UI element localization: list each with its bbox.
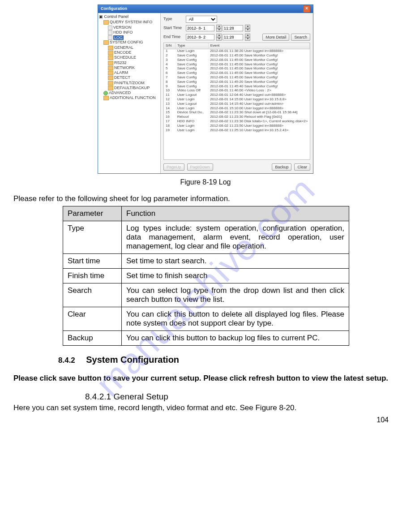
section-number: 8.4.2 xyxy=(58,356,75,365)
folder-icon xyxy=(108,71,113,75)
folder-icon xyxy=(108,66,113,70)
tree-root[interactable]: ▣ Control Panel xyxy=(99,15,159,19)
tree-item[interactable]: GENERAL xyxy=(108,45,159,50)
doc-icon xyxy=(108,26,112,30)
tree-item[interactable]: ALARM xyxy=(108,71,159,76)
doc-icon xyxy=(108,35,112,40)
table-row: BackupYou can click this button to backu… xyxy=(63,331,349,346)
start-time-input[interactable] xyxy=(223,25,243,31)
table-row[interactable]: 16Reboot2012-08-02 11:23:30 Reboot with … xyxy=(164,115,310,120)
type-label: Type xyxy=(163,17,184,21)
start-date-input[interactable] xyxy=(186,25,214,31)
more-detail-button[interactable]: More Detail xyxy=(262,34,289,41)
backup-button[interactable]: Backup xyxy=(272,163,291,171)
tree-item-label: DEFAULT/BACKUP xyxy=(114,86,150,90)
tree-item[interactable]: ADVANCED xyxy=(103,91,159,96)
table-row[interactable]: 12User Login2012-08-01 14:15:00 User log… xyxy=(164,98,310,102)
table-row[interactable]: 8Save Config2012-08-01 11:45:20 Save Mon… xyxy=(164,80,310,84)
table-row[interactable]: 10Video Loss Off2012-08-01 11:46:00 <Vid… xyxy=(164,89,310,93)
tree-item[interactable]: DEFAULT/BACKUP xyxy=(108,86,159,90)
table-row[interactable]: 9Save Config2012-08-01 11:45:40 Save Mon… xyxy=(164,84,310,89)
tree-item-label: SYSTEM CONFIG xyxy=(110,40,143,45)
tree-item[interactable]: HDD INFO xyxy=(108,30,159,35)
folder-icon xyxy=(108,51,113,55)
param-function: Log types include: system operation, con… xyxy=(122,221,349,254)
tree-item-label: SCHEDULE xyxy=(114,56,136,60)
clear-button[interactable]: Clear xyxy=(294,163,310,171)
param-function: You can select log type from the drop do… xyxy=(122,283,349,307)
param-function: You can click this button to backup log … xyxy=(122,331,349,346)
tree-item[interactable]: RS232 xyxy=(108,60,159,65)
end-date-input[interactable] xyxy=(186,34,214,40)
param-name: Start time xyxy=(63,254,122,269)
param-function: You can click this button to delete all … xyxy=(122,307,349,331)
table-row[interactable]: 17HDD INFO2012-08-02 11:23:30 Disk total… xyxy=(164,120,310,124)
param-header: Parameter xyxy=(63,206,122,221)
type-select[interactable]: All xyxy=(186,16,217,23)
table-row[interactable]: 1User Login2012-08-01 11:38:20 User logg… xyxy=(164,49,310,53)
function-header: Function xyxy=(122,206,349,221)
time-spinner-icon[interactable]: ▴▾ xyxy=(245,34,249,41)
tree-item[interactable]: QUERY SYSTEM INFO xyxy=(103,20,159,25)
tree-item-label: ALARM xyxy=(114,70,128,75)
table-row: Start timeSet time to start search. xyxy=(63,254,349,269)
table-row[interactable]: 18User Login2012-08-02 11:23:50 User log… xyxy=(164,124,310,128)
tree-item[interactable]: DETECT xyxy=(108,76,159,81)
table-row[interactable]: 6Save Config2012-08-01 11:45:00 Save Mon… xyxy=(164,71,310,76)
close-icon[interactable]: × xyxy=(303,5,310,13)
page-down-button[interactable]: PageDown xyxy=(187,163,213,171)
search-button[interactable]: Search xyxy=(291,34,310,41)
intro-text: Please refer to the following sheet for … xyxy=(13,194,398,203)
table-row[interactable]: 19User Login2012-08-02 11:25:10 User log… xyxy=(164,128,310,133)
col-event[interactable]: Event xyxy=(208,43,309,49)
table-row[interactable]: 2Save Config2012-08-01 11:45:00 Save Mon… xyxy=(164,54,310,58)
table-row[interactable]: 13User Logout2012-08-01 14:15:40 User lo… xyxy=(164,102,310,106)
table-row[interactable]: 11User Logout2012-08-01 12:04:40 User lo… xyxy=(164,93,310,98)
param-name: Clear xyxy=(63,307,122,331)
date-spinner-icon[interactable]: ▴▾ xyxy=(216,34,221,41)
green-icon xyxy=(103,91,108,95)
table-row[interactable]: 4Save Config2012-08-01 11:45:00 Save Mon… xyxy=(164,62,310,67)
table-row[interactable]: 15Device Shut Do..2012-08-02 11:23:30 Sh… xyxy=(164,111,310,115)
table-row[interactable]: 3Save Config2012-08-01 11:45:00 Save Mon… xyxy=(164,58,310,62)
tree-item-label: LOG xyxy=(113,35,124,40)
window-title: Configuration xyxy=(101,7,127,11)
col-type[interactable]: Type xyxy=(176,43,209,49)
param-function: Set time to start search. xyxy=(122,254,349,269)
tree-item[interactable]: SCHEDULE xyxy=(108,56,159,60)
table-row: TypeLog types include: system operation,… xyxy=(63,221,349,254)
table-row[interactable]: 14User Login2012-08-01 15:10:00 User log… xyxy=(164,106,310,111)
folder-icon xyxy=(103,96,109,100)
subsection-text: Here you can set system time, record len… xyxy=(13,403,398,412)
tree-item-label: DETECT xyxy=(114,76,130,80)
end-time-label: End Time xyxy=(163,35,184,39)
tree-item[interactable]: PAN/TILT/ZOOM xyxy=(108,81,159,86)
table-row: SearchYou can select log type from the d… xyxy=(63,283,349,307)
tree-item[interactable]: ADDITIONAL FUNCTION xyxy=(103,96,159,101)
time-spinner-icon[interactable]: ▴▾ xyxy=(245,25,249,32)
tree-item[interactable]: LOG xyxy=(108,35,159,40)
page-up-button[interactable]: PageUp xyxy=(163,163,184,171)
log-table: S/N Type Event 1User Login2012-08-01 11:… xyxy=(163,43,310,160)
param-function: Set time to finish search xyxy=(122,269,349,283)
col-sn[interactable]: S/N xyxy=(164,43,176,49)
date-spinner-icon[interactable]: ▴▾ xyxy=(216,25,221,32)
tree-item[interactable]: NETWORK xyxy=(108,65,159,70)
table-row[interactable]: 5Save Config2012-08-01 11:45:00 Save Mon… xyxy=(164,67,310,71)
param-name: Finish time xyxy=(63,269,122,283)
folder-icon xyxy=(103,20,109,25)
folder-icon xyxy=(103,40,109,45)
tree-item-label: VERSION xyxy=(113,25,132,30)
tree-item[interactable]: SYSTEM CONFIG xyxy=(103,40,159,45)
param-name: Backup xyxy=(63,331,122,346)
tree-item[interactable]: ENCODE xyxy=(108,50,159,55)
end-time-input[interactable] xyxy=(223,34,243,40)
configuration-window: Configuration × ▣ Control Panel QUERY SY… xyxy=(98,4,313,174)
doc-icon xyxy=(108,30,112,35)
section-title: System Configuration xyxy=(86,355,179,365)
start-time-label: Start Time xyxy=(163,26,184,30)
tree-panel: ▣ Control Panel QUERY SYSTEM INFOVERSION… xyxy=(98,13,161,173)
section-bold-note: Please click save button to save your cu… xyxy=(13,373,398,384)
table-row[interactable]: 7Save Config2012-08-01 11:45:00 Save Mon… xyxy=(164,76,310,80)
tree-item[interactable]: VERSION xyxy=(108,25,159,30)
